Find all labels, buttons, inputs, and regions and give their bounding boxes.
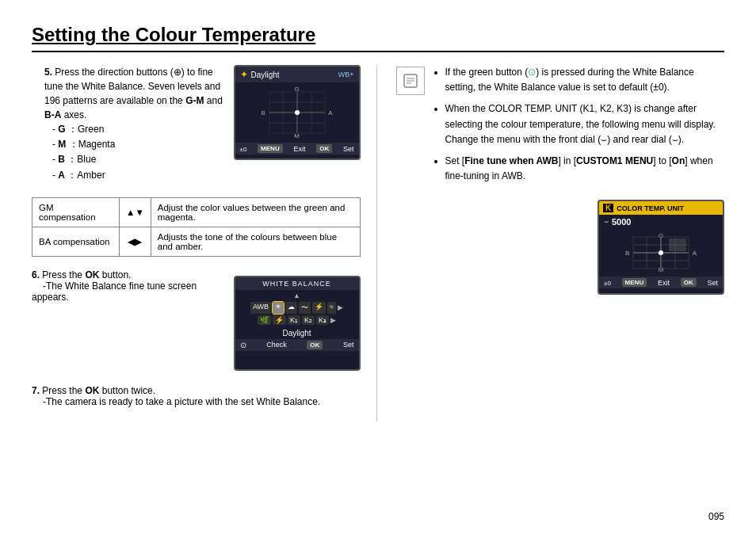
step6-para: 6. Press the OK button. -The White Balan… [32, 269, 221, 303]
wb-arrow-right2: ▶ [330, 316, 336, 324]
step7-number: 7. [32, 385, 40, 396]
wb-set-label: Set [343, 341, 354, 349]
step-7: 7. Press the OK button twice. -The camer… [32, 385, 361, 407]
wb-icon-k1: K₁ [288, 315, 300, 325]
comp-gm-desc: Adjust the color values between the gree… [151, 197, 360, 227]
wb-screen-panel: WHITE BALANCE ▲ AWB ☀ ☁ 〜 ⚡ ≈ ▶ 🌿 ⚡ [234, 276, 361, 371]
ct-crosshair-grid: G M B A [625, 232, 697, 273]
set-label-daylight: Set [343, 145, 354, 153]
comp-ba-icon: ◀▶ [120, 227, 151, 256]
svg-rect-21 [669, 238, 686, 251]
ct-ok-btn: OK [681, 278, 697, 287]
exit-label: Exit [293, 145, 305, 153]
sun-icon: ✦ [240, 69, 248, 80]
wb-check-label: Check [266, 341, 287, 349]
bullet-2: When the COLOR TEMP. UNIT (K1, K2, K3) i… [445, 101, 725, 147]
wb-arrow-up: ▲ [235, 290, 359, 300]
axis-a: - A ：Amber [52, 168, 361, 183]
wb-icon-awb: AWB [250, 302, 271, 314]
step7-para: 7. Press the OK button twice. -The camer… [32, 385, 361, 407]
ct-k-badge: K [603, 204, 613, 212]
wb-arrow-right1: ▶ [338, 303, 343, 311]
page-title: Setting the Colour Temperature [32, 24, 724, 52]
ct-value: 5000 [612, 217, 631, 227]
wb-plus-label: WB+ [338, 71, 354, 78]
panel-top-bar: ✦ Daylight WB+ [235, 67, 359, 82]
ok-btn-daylight: OK [316, 144, 332, 153]
comp-row-ba: BA compensation ◀▶ Adjusts the tone of t… [32, 227, 361, 256]
bullets-list: If the green button (⊙) is pressed durin… [445, 65, 725, 190]
page-number: 095 [708, 511, 724, 522]
ct-top-bar: K COLOR TEMP. UNIT [599, 201, 723, 215]
crosshair-grid: G M B A [262, 86, 333, 139]
wb-icon-tungsten: ⚡ [273, 315, 286, 325]
color-temp-screen-panel: K COLOR TEMP. UNIT ⌣ 5000 G M B A [598, 200, 724, 295]
daylight-screen-panel: ✦ Daylight WB+ G M B A [234, 65, 361, 160]
comp-ba-desc: Adjusts the tone of the colours between … [151, 227, 360, 256]
left-column: ✦ Daylight WB+ G M B A [32, 65, 361, 422]
wb-title: WHITE BALANCE [262, 280, 331, 288]
bullet-1: If the green button (⊙) is pressed durin… [445, 65, 725, 95]
ct-exit-label: Exit [658, 279, 670, 287]
wb-icon-shade: 〜 [299, 302, 311, 314]
wb-icon-fluor: ≈ [327, 302, 336, 314]
step6-sub: -The White Balance fine tune screen appe… [32, 280, 197, 303]
svg-point-22 [659, 250, 663, 255]
svg-point-9 [295, 110, 300, 115]
grid-area: G M B A [235, 82, 359, 143]
bottom-left-value: ±0 [240, 145, 247, 153]
comp-ba-label: BA compensation [32, 227, 120, 256]
wb-icon-k2: K₂ [302, 315, 315, 325]
step5-number: 5. [44, 67, 52, 78]
ct-panel-bottom-bar: ±0 MENU Exit OK Set [599, 277, 723, 288]
wb-icon-kelvin: 🌿 [258, 315, 271, 325]
panel-bottom-bar: ±0 MENU Exit OK Set [235, 143, 359, 155]
wb-panel-header: WHITE BALANCE [235, 277, 359, 290]
wb-icon-k3: K₃ [316, 315, 329, 325]
ct-bottom-left-value: ±0 [604, 279, 611, 287]
ct-set-label: Set [707, 279, 718, 287]
step7-sub: -The camera is ready to take a picture w… [43, 396, 320, 407]
step-6: 6. Press the OK button. -The White Balan… [32, 269, 361, 371]
ct-menu-btn: MENU [622, 278, 647, 287]
ct-title: COLOR TEMP. UNIT [617, 204, 684, 212]
step6-number: 6. [32, 269, 40, 280]
color-temp-section: K COLOR TEMP. UNIT ⌣ 5000 G M B A [396, 200, 725, 295]
ct-grid-area: G M B A [599, 229, 723, 277]
daylight-label: Daylight [251, 71, 280, 79]
wb-icon-cloud: ☁ [285, 302, 297, 314]
wb-icons-row2: 🌿 ⚡ K₁ K₂ K₃ ▶ [235, 315, 359, 327]
wb-bottom-bar: ⊙ Check OK Set [235, 339, 359, 351]
right-column: If the green button (⊙) is pressed durin… [376, 65, 725, 422]
note-icon [396, 67, 425, 95]
step-5: ✦ Daylight WB+ G M B A [32, 65, 361, 183]
wb-icon-flash: ⚡ [312, 302, 326, 314]
step6-text: 6. Press the OK button. -The White Balan… [32, 269, 221, 303]
right-top-section: If the green button (⊙) is pressed durin… [396, 65, 725, 190]
comp-gm-label: GM compensation [32, 197, 120, 227]
wb-check-icon: ⊙ [240, 341, 246, 349]
bullet-3: Set [Fine tune when AWB] in [CUSTOM1 MEN… [445, 154, 725, 184]
wb-daylight-label: Daylight [235, 327, 359, 339]
comp-row-gm: GM compensation ▲▼ Adjust the color valu… [32, 197, 361, 227]
ct-value-area: ⌣ 5000 [599, 215, 723, 229]
wb-ok-btn: OK [307, 341, 323, 349]
comp-gm-icon: ▲▼ [120, 197, 151, 227]
compensation-table: GM compensation ▲▼ Adjust the color valu… [32, 197, 361, 257]
ct-dial-icon: ⌣ [604, 217, 609, 227]
menu-btn: MENU [258, 144, 283, 153]
wb-icons-row1: AWB ☀ ☁ 〜 ⚡ ≈ ▶ [235, 300, 359, 315]
wb-icon-sun: ☀ [273, 302, 284, 314]
